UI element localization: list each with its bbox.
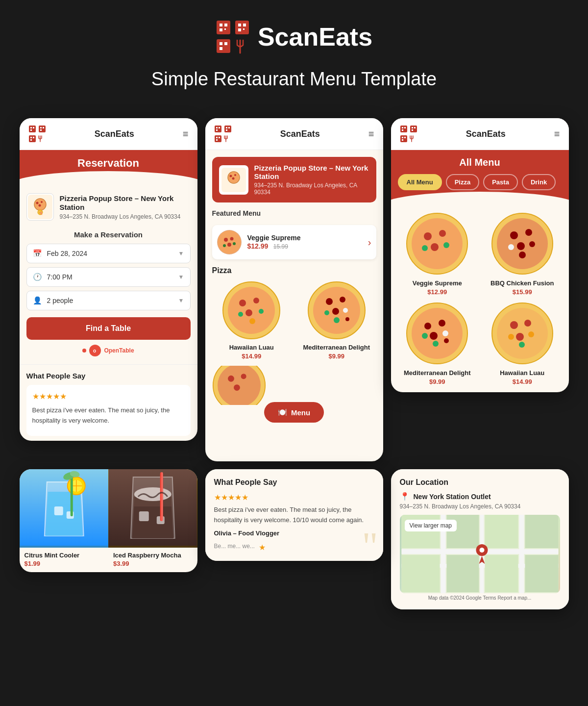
phone3-brand: ScanEats	[466, 129, 506, 139]
svg-point-62	[224, 238, 228, 242]
svg-rect-160	[485, 515, 518, 548]
opentable-badge: o OpenTable	[26, 345, 191, 356]
drink-item-mocha[interactable]: Iced Raspberry Mocha $3.99	[108, 469, 197, 572]
restaurant-logo: 🍕	[26, 193, 54, 221]
svg-point-63	[230, 237, 233, 241]
date-field[interactable]: 📅 Feb 28, 2024 ▼	[26, 244, 191, 263]
svg-rect-137	[54, 506, 63, 515]
location-row: 📍 New York Station Outlet	[400, 492, 560, 501]
review-partial-2: Be... me... we...	[214, 543, 255, 552]
svg-rect-157	[519, 515, 524, 593]
time-value: 7:00 PM	[47, 273, 73, 281]
view-larger-map-button[interactable]: View larger map	[405, 520, 457, 531]
svg-rect-10	[217, 39, 230, 53]
review-stars: ★★★★★	[32, 391, 185, 403]
svg-rect-97	[400, 135, 407, 142]
time-field[interactable]: 🕐 7:00 PM ▼	[26, 267, 191, 287]
menu-price-4: $14.99	[483, 378, 562, 385]
featured-name: Veggie Supreme	[247, 234, 301, 242]
svg-point-106	[424, 232, 432, 240]
svg-point-71	[245, 309, 252, 316]
svg-rect-91	[404, 127, 406, 128]
svg-point-123	[430, 332, 438, 340]
pizza-item-2[interactable]: Mediterranean Delight $9.99	[297, 281, 376, 360]
bottom-wps-card: What People Say ★★★★★ Best pizza i've ev…	[205, 469, 383, 561]
phone-store: ScanEats ≡ Pizzeria Popup Store – New Yo…	[205, 118, 383, 461]
svg-rect-28	[30, 139, 32, 141]
svg-point-130	[510, 321, 518, 329]
pizza-item-1[interactable]: Hawaiian Luau $14.99	[212, 281, 292, 360]
phone1-brand: ScanEats	[95, 129, 134, 139]
star-partial: ★	[259, 543, 266, 552]
tab-all-menu[interactable]: All Menu	[398, 174, 442, 190]
phone3-hamburger-icon[interactable]: ≡	[554, 128, 560, 140]
map-placeholder: View larger map	[400, 515, 560, 593]
svg-point-118	[519, 252, 526, 258]
svg-point-124	[422, 333, 428, 339]
store-logo	[219, 165, 248, 195]
svg-rect-100	[402, 139, 403, 141]
reservation-form: Make a Reservation 📅 Feb 28, 2024 ▼ 🕐 7:…	[20, 226, 197, 364]
phone2-store-header: Pizzeria Popup Store – New York Station …	[212, 157, 376, 202]
menu-item-1[interactable]: Veggie Supreme $12.99	[398, 212, 477, 296]
reviewer-name: Olivia – Food Vlogger	[214, 530, 374, 537]
restaurant-name: Pizzeria Popup Store – New York Station	[60, 194, 191, 212]
svg-rect-95	[414, 127, 416, 128]
tab-drink[interactable]: Drink	[522, 174, 556, 190]
pizza-grid: Hawaiian Luau $14.99	[212, 281, 376, 360]
drink-price-mocha: $3.99	[108, 560, 197, 572]
svg-rect-18	[30, 127, 32, 128]
opentable-dot	[82, 349, 86, 353]
pizza-item-partial-1	[212, 366, 266, 405]
tab-pasta[interactable]: Pasta	[483, 174, 518, 190]
svg-point-83	[345, 317, 349, 321]
svg-rect-50	[216, 137, 218, 138]
people-field[interactable]: 👤 2 people ▼	[26, 291, 191, 310]
people-chevron-icon: ▼	[178, 297, 184, 304]
featured-details: Veggie Supreme $12.99 15.99	[247, 234, 301, 251]
svg-rect-49	[215, 135, 221, 142]
phone1-section-title: Reservation	[28, 157, 189, 170]
svg-rect-98	[402, 137, 403, 138]
drink-name-citrus: Citrus Mint Cooler	[20, 548, 109, 560]
svg-point-115	[517, 242, 525, 250]
svg-rect-0	[217, 21, 230, 34]
menu-fab-icon: 🍽️	[278, 408, 287, 417]
phone1-hamburger-icon[interactable]: ≡	[183, 128, 189, 140]
svg-point-66	[233, 242, 236, 245]
menu-fab-button[interactable]: 🍽️ Menu	[264, 402, 324, 423]
drink-item-citrus[interactable]: Citrus Mint Cooler $1.99	[20, 469, 109, 572]
featured-item[interactable]: Veggie Supreme $12.99 15.99 ›	[212, 225, 376, 259]
menu-item-3[interactable]: Mediterranean Delight $9.99	[398, 302, 477, 385]
find-table-button[interactable]: Find a Table	[26, 317, 191, 340]
featured-old-price: 15.99	[273, 243, 288, 250]
app-header: ScanEats Simple Restaurant Menu Template	[0, 0, 588, 114]
pizza-name-2: Mediterranean Delight	[297, 344, 376, 351]
svg-rect-161	[525, 515, 558, 548]
svg-point-36	[38, 204, 41, 207]
svg-point-59	[234, 174, 236, 176]
form-title: Make a Reservation	[26, 230, 191, 239]
svg-rect-165	[525, 555, 558, 592]
svg-point-70	[253, 298, 259, 303]
svg-point-68	[228, 287, 275, 334]
location-title: Our Location	[400, 478, 560, 487]
menu-img-3	[405, 302, 469, 365]
featured-chevron-icon: ›	[368, 237, 371, 248]
opentable-icon: o	[89, 345, 101, 356]
svg-point-167	[479, 548, 484, 553]
review-text: Best pizza i've ever eaten. The meat so …	[32, 405, 185, 426]
svg-rect-9	[243, 28, 245, 30]
svg-point-127	[444, 338, 449, 343]
time-chevron-icon: ▼	[178, 274, 184, 280]
drink-name-mocha: Iced Raspberry Mocha	[108, 548, 197, 560]
svg-point-85	[218, 366, 261, 405]
menu-item-4[interactable]: Hawaiian Luau $14.99	[483, 302, 562, 385]
menu-item-2[interactable]: BBQ Chicken Fusion $15.99	[483, 212, 562, 296]
tab-pizza[interactable]: Pizza	[446, 174, 480, 190]
svg-point-58	[229, 175, 232, 177]
svg-point-74	[249, 318, 255, 324]
phone2-hamburger-icon[interactable]: ≡	[368, 128, 374, 140]
map-footer: Map data ©2024 Google Terms Report a map…	[400, 595, 560, 601]
svg-point-81	[343, 308, 348, 313]
